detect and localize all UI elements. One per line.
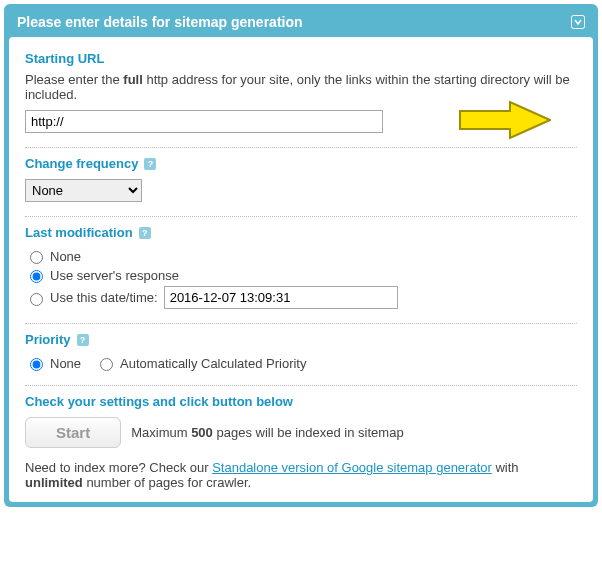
divider xyxy=(25,147,577,148)
lastmod-none-radio[interactable] xyxy=(30,251,43,264)
submit-heading: Check your settings and click button bel… xyxy=(25,394,577,409)
divider xyxy=(25,216,577,217)
more-info-text: Need to index more? Check our Standalone… xyxy=(25,460,577,490)
lastmod-server-radio[interactable] xyxy=(30,270,43,283)
change-frequency-select[interactable]: None xyxy=(25,179,142,202)
starting-url-desc: Please enter the full http address for y… xyxy=(25,72,577,102)
panel-body: Starting URL Please enter the full http … xyxy=(9,37,593,502)
panel-title: Please enter details for sitemap generat… xyxy=(17,14,303,30)
lastmod-datetime-radio[interactable] xyxy=(30,293,43,306)
sitemap-panel: Please enter details for sitemap generat… xyxy=(4,4,598,507)
text-bold: unlimited xyxy=(25,475,83,490)
text-bold: full xyxy=(123,72,143,87)
divider xyxy=(25,385,577,386)
help-icon[interactable]: ? xyxy=(144,158,156,170)
priority-auto-radio[interactable] xyxy=(100,358,113,371)
panel-header: Please enter details for sitemap generat… xyxy=(9,9,593,37)
priority-none-radio[interactable] xyxy=(30,358,43,371)
text: pages will be indexed in sitemap xyxy=(213,425,404,440)
label: Priority xyxy=(25,332,71,347)
radio-label: None xyxy=(50,249,81,264)
standalone-link[interactable]: Standalone version of Google sitemap gen… xyxy=(212,460,492,475)
text: with xyxy=(492,460,519,475)
priority-title: Priority ? xyxy=(25,332,577,347)
lastmod-datetime-input[interactable] xyxy=(164,286,398,309)
text: Maximum xyxy=(131,425,191,440)
text: number of pages for crawler. xyxy=(83,475,251,490)
starting-url-input[interactable] xyxy=(25,110,383,133)
max-pages-text: Maximum 500 pages will be indexed in sit… xyxy=(131,425,403,440)
help-icon[interactable]: ? xyxy=(77,334,89,346)
svg-rect-0 xyxy=(572,16,585,29)
radio-label: Use this date/time: xyxy=(50,290,158,305)
text-bold: 500 xyxy=(191,425,213,440)
starting-url-title: Starting URL xyxy=(25,51,577,66)
radio-label: None xyxy=(50,356,81,371)
divider xyxy=(25,323,577,324)
label: Change frequency xyxy=(25,156,138,171)
text: Need to index more? Check our xyxy=(25,460,212,475)
label: Last modification xyxy=(25,225,133,240)
start-button[interactable]: Start xyxy=(25,417,121,448)
text: Please enter the xyxy=(25,72,123,87)
collapse-icon[interactable] xyxy=(571,15,585,29)
radio-label: Automatically Calculated Priority xyxy=(120,356,306,371)
change-frequency-title: Change frequency ? xyxy=(25,156,577,171)
radio-label: Use server's response xyxy=(50,268,179,283)
arrow-icon xyxy=(455,100,551,143)
help-icon[interactable]: ? xyxy=(139,227,151,239)
last-modification-title: Last modification ? xyxy=(25,225,577,240)
svg-marker-1 xyxy=(460,102,550,138)
